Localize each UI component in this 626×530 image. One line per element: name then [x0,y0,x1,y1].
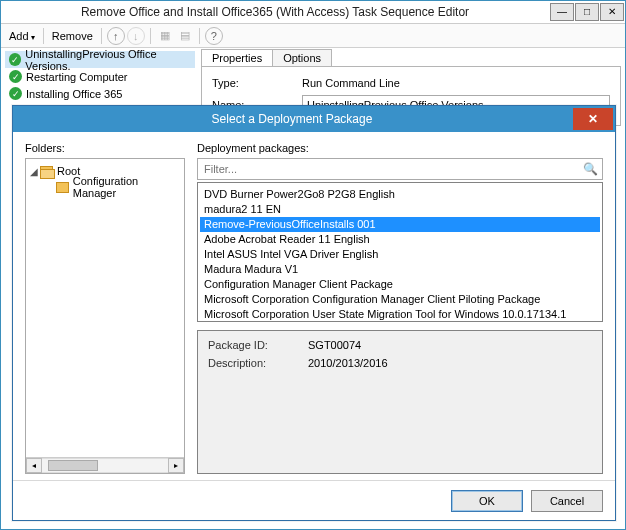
folder-open-icon [40,166,53,177]
folders-label: Folders: [25,142,185,154]
task-sequence-editor-window: Remove Office and Install Office365 (Wit… [0,0,626,530]
package-list-item[interactable]: Adobe Acrobat Reader 11 English [200,232,600,247]
package-list-item[interactable]: Microsoft Corporation User State Migrati… [200,307,600,322]
type-value: Run Command Line [302,77,610,89]
package-details-panel: Package ID: SGT00074 Description: 2010/2… [197,330,603,474]
scroll-left-icon[interactable]: ◂ [26,458,42,473]
collapse-icon[interactable]: ◢ [28,166,40,177]
deployment-packages-list[interactable]: DVD Burner Power2Go8 P2G8 Englishmadura2… [197,182,603,322]
package-list-item[interactable]: madura2 11 EN [200,202,600,217]
maximize-button[interactable]: □ [575,3,599,21]
sequence-step-label: Restarting Computer [26,71,128,83]
parent-titlebar[interactable]: Remove Office and Install Office365 (Wit… [1,1,625,24]
scroll-right-icon[interactable]: ▸ [168,458,184,473]
scrollbar-thumb[interactable] [48,460,98,471]
package-list-item[interactable]: DVD Burner Power2Go8 P2G8 English [200,187,600,202]
sequence-step[interactable]: ✓ Installing Office 365 [5,85,195,102]
horizontal-scrollbar[interactable]: ◂ ▸ [26,457,184,473]
package-id-label: Package ID: [208,339,308,351]
tree-item-config-mgr[interactable]: Configuration Manager [28,179,182,195]
cancel-button[interactable]: Cancel [531,490,603,512]
toolbar-separator [199,28,200,44]
package-list-item[interactable]: Configuration Manager Client Package [200,277,600,292]
parent-window-title: Remove Office and Install Office365 (Wit… [1,5,549,19]
close-parent-button[interactable]: ✕ [600,3,624,21]
package-list-item[interactable]: Microsoft Corporation Configuration Mana… [200,292,600,307]
toolbar-separator [43,28,44,44]
dialog-title: Select a Deployment Package [13,112,571,126]
add-dropdown[interactable]: Add [5,28,39,44]
package-list-item[interactable]: Madura Madura V1 [200,262,600,277]
folder-icon [56,182,69,193]
checkmark-icon: ✓ [9,87,22,100]
tab-properties[interactable]: Properties [201,49,273,66]
tab-options[interactable]: Options [272,49,332,66]
checkmark-icon: ✓ [9,70,22,83]
toolbar-separator [150,28,151,44]
checkmark-icon: ✓ [9,53,21,66]
scrollbar-track[interactable] [42,458,168,473]
task-toolbar: Add Remove ↑ ↓ ▦ ▤ ? [1,24,625,48]
folders-tree[interactable]: ◢ Root Configuration Manager ◂ ▸ [25,158,185,474]
package-list-item[interactable]: Intel ASUS Intel VGA Driver English [200,247,600,262]
move-down-icon[interactable]: ↓ [127,27,145,45]
package-desc-value: 2010/2013/2016 [308,357,388,369]
type-label: Type: [212,77,302,89]
filter-input[interactable] [202,162,577,176]
sequence-step-label: UninstallingPrevious Office Versions. [25,48,195,72]
sequence-step[interactable]: ✓ UninstallingPrevious Office Versions. [5,51,195,68]
minimize-button[interactable]: — [550,3,574,21]
properties-icon[interactable]: ▤ [176,27,194,45]
packages-label: Deployment packages: [197,142,603,154]
help-icon[interactable]: ? [205,27,223,45]
tree-item-label: Configuration Manager [73,175,182,199]
close-dialog-button[interactable]: ✕ [573,108,613,130]
package-id-value: SGT00074 [308,339,361,351]
package-desc-label: Description: [208,357,308,369]
toolbar-separator [101,28,102,44]
remove-button[interactable]: Remove [48,28,97,44]
dialog-titlebar[interactable]: Select a Deployment Package ✕ [13,106,615,132]
search-icon[interactable]: 🔍 [577,162,598,176]
move-up-icon[interactable]: ↑ [107,27,125,45]
sequence-step-label: Installing Office 365 [26,88,122,100]
new-group-icon[interactable]: ▦ [156,27,174,45]
dialog-footer: OK Cancel [13,480,615,520]
ok-button[interactable]: OK [451,490,523,512]
package-list-item[interactable]: Remove-PreviousOfficeInstalls 001 [200,217,600,232]
filter-box[interactable]: 🔍 [197,158,603,180]
select-deployment-package-dialog: Select a Deployment Package ✕ Folders: ◢… [12,105,616,521]
